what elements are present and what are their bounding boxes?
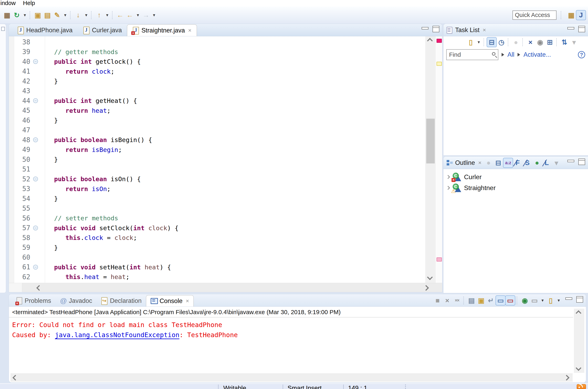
editor-tab[interactable]: ×Straightner.java× (127, 24, 197, 36)
fold-collapse-icon[interactable]: − (33, 226, 38, 230)
fold-collapse-icon[interactable]: − (33, 265, 38, 270)
people-icon[interactable]: ◉ (535, 37, 545, 47)
focus-icon[interactable]: ⊟ (494, 158, 503, 167)
outline-item[interactable]: C×Curler (444, 171, 588, 182)
sort-icon[interactable]: a↓z (503, 158, 513, 167)
console-output[interactable]: Error: Could not find or load main class… (9, 317, 586, 342)
dropdown-icon[interactable]: ▾ (104, 10, 110, 20)
hide-local-types-icon[interactable]: L (542, 158, 552, 167)
activate-link[interactable]: Activate... (523, 51, 551, 58)
code-text[interactable]: } (39, 156, 424, 163)
code-text[interactable]: public boolean isOn() { (39, 175, 424, 183)
code-text[interactable]: public int getHeat() { (39, 97, 424, 104)
expand-chevron-icon[interactable] (446, 186, 450, 190)
scroll-right-icon[interactable] (564, 375, 569, 381)
previous-edit-icon[interactable]: ← (115, 10, 125, 20)
open-perspective-icon[interactable]: ▦ (567, 10, 576, 20)
categorized-view-icon[interactable]: ⊟ (487, 37, 496, 47)
remove-all-launches-icon[interactable]: ×× (452, 296, 462, 305)
scrollbar-thumb[interactable] (426, 119, 435, 163)
pin-console-icon[interactable]: ◉ (520, 296, 529, 305)
console-tab[interactable]: Console× (146, 295, 194, 306)
display-console-icon[interactable]: ▭ (530, 296, 539, 305)
find-input[interactable] (447, 50, 498, 60)
filter-all-link[interactable]: All (507, 51, 514, 58)
code-text[interactable]: } (39, 77, 424, 85)
close-view-icon[interactable]: × (478, 160, 481, 166)
maximize-icon[interactable] (578, 26, 585, 32)
menu-item-indow[interactable]: indow (0, 0, 16, 6)
code-text[interactable]: return isOn; (39, 185, 424, 193)
scroll-down-icon[interactable] (427, 274, 433, 280)
restore-view-icon[interactable] (1, 27, 5, 31)
code-text[interactable]: public int getClock() { (39, 58, 424, 65)
editor-tab[interactable]: HeadPhone.java (12, 24, 78, 36)
terminate-icon[interactable]: ■ (433, 296, 442, 305)
editor-tab[interactable]: Curler.java (78, 24, 127, 36)
hide-fields-icon[interactable]: F (513, 158, 522, 167)
folder-copy-icon[interactable]: ▤ (43, 10, 52, 20)
view-menu-icon[interactable]: ▾ (552, 158, 561, 167)
maximize-icon[interactable] (576, 296, 583, 303)
menu-item-help[interactable]: Help (23, 0, 35, 6)
clear-console-icon[interactable]: ▤ (467, 296, 476, 305)
run-external-tools-icon[interactable]: ↻ (12, 10, 21, 20)
view-menu-icon[interactable]: ▾ (569, 37, 579, 47)
java-perspective-icon[interactable]: J (576, 10, 586, 20)
forward-icon[interactable]: → (141, 10, 151, 20)
outline-item[interactable]: C⚠Straightner (444, 182, 588, 193)
occurrence-marker[interactable] (437, 258, 442, 261)
code-text[interactable]: public void setClock(int clock) { (39, 224, 424, 232)
dropdown-icon[interactable]: ▾ (135, 10, 141, 20)
code-text[interactable]: // getter methods (39, 48, 424, 56)
scroll-lock-icon[interactable]: ▣ (477, 296, 486, 305)
close-tab-icon[interactable]: × (188, 27, 191, 34)
dropdown-icon[interactable]: ▾ (476, 37, 482, 47)
fold-collapse-icon[interactable]: − (33, 137, 38, 142)
close-view-icon[interactable]: × (483, 27, 486, 33)
code-text[interactable]: } (39, 117, 424, 124)
fold-collapse-icon[interactable]: − (33, 59, 38, 64)
back-icon[interactable]: ← (125, 10, 135, 20)
open-console-icon[interactable]: ▯ (546, 296, 555, 305)
code-text[interactable]: } (39, 195, 424, 202)
export-arrow-icon[interactable]: ↑ (95, 10, 104, 20)
code-text[interactable]: public void setHeat(int heat) { (39, 263, 424, 271)
exception-link[interactable]: java.lang.ClassNotFoundException (55, 331, 179, 339)
scroll-right-icon[interactable] (423, 285, 429, 291)
dropdown-icon[interactable]: ▾ (83, 10, 89, 20)
console-tab[interactable]: Problems (11, 295, 56, 306)
minimize-icon[interactable] (422, 27, 428, 30)
news-feed-icon[interactable] (577, 384, 586, 389)
code-text[interactable]: // setter methods (39, 215, 424, 222)
dropdown-icon[interactable]: ▾ (556, 296, 562, 305)
quick-access-input[interactable] (513, 10, 556, 20)
collaboration-icon[interactable]: ● (484, 158, 493, 167)
pen-icon[interactable]: ✎ (53, 10, 62, 20)
scroll-up-icon[interactable] (576, 310, 581, 316)
close-tab-icon[interactable]: × (186, 298, 189, 304)
remove-launch-icon[interactable]: × (443, 296, 452, 305)
folder-open-icon[interactable]: ▣ (33, 10, 42, 20)
synchronize-icon[interactable]: ⇅ (560, 37, 569, 47)
import-arrow-icon[interactable]: ↓ (73, 10, 83, 20)
show-stderr-icon[interactable]: ▭ (506, 296, 515, 305)
minimize-icon[interactable] (565, 297, 572, 300)
code-editor[interactable]: 3839 // getter methods40− public int get… (9, 36, 442, 283)
code-text[interactable]: this.clock = clock; (39, 234, 424, 241)
error-marker[interactable] (437, 39, 442, 43)
dropdown-icon[interactable]: ▾ (151, 10, 157, 20)
new-task-icon[interactable]: ▯ (466, 37, 475, 47)
code-text[interactable]: return isBegin; (39, 146, 424, 153)
console-vertical-scrollbar[interactable] (574, 309, 584, 373)
fold-collapse-icon[interactable]: − (33, 177, 38, 181)
dropdown-icon[interactable]: ▾ (62, 10, 68, 20)
fold-collapse-icon[interactable]: − (33, 98, 38, 103)
help-icon[interactable]: ? (578, 51, 585, 58)
dropdown-icon[interactable]: ▾ (22, 10, 28, 20)
code-text[interactable]: return clock; (39, 68, 424, 75)
scheduled-view-icon[interactable]: ◷ (497, 37, 506, 47)
focus-workweek-icon[interactable]: ⊞ (545, 37, 554, 47)
code-text[interactable]: this.heat = heat; (39, 273, 424, 280)
word-wrap-icon[interactable]: ↵ (486, 296, 495, 305)
